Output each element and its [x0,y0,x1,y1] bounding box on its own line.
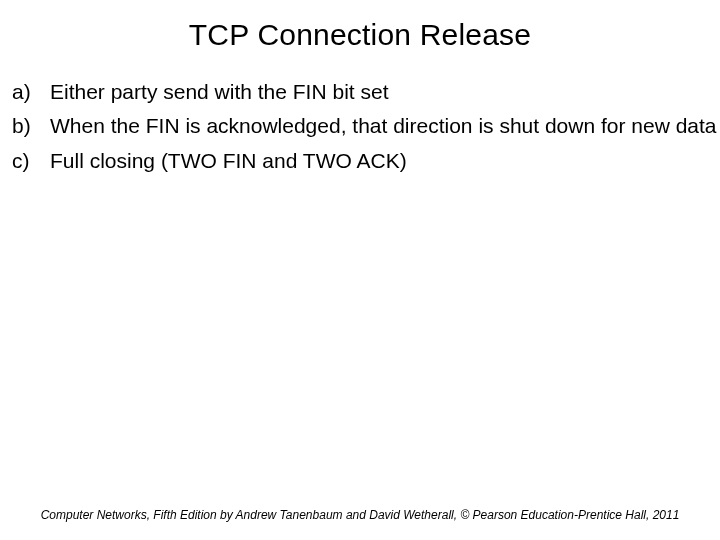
footer-citation: Computer Networks, Fifth Edition by Andr… [0,508,720,522]
list-marker: c) [12,147,50,175]
list-text: When the FIN is acknowledged, that direc… [50,112,720,140]
list-text: Either party send with the FIN bit set [50,78,720,106]
list-item: b) When the FIN is acknowledged, that di… [12,112,720,140]
list-item: a) Either party send with the FIN bit se… [12,78,720,106]
list-marker: a) [12,78,50,106]
list-text: Full closing (TWO FIN and TWO ACK) [50,147,720,175]
ordered-list: a) Either party send with the FIN bit se… [0,78,720,175]
list-item: c) Full closing (TWO FIN and TWO ACK) [12,147,720,175]
slide: TCP Connection Release a) Either party s… [0,0,720,540]
list-marker: b) [12,112,50,140]
slide-title: TCP Connection Release [0,0,720,78]
